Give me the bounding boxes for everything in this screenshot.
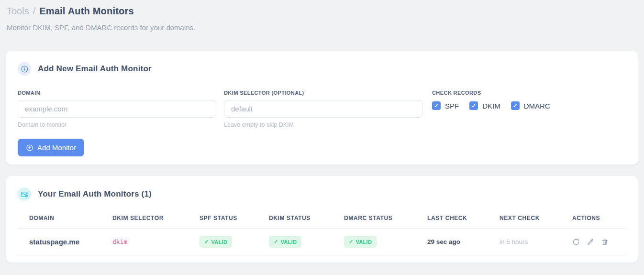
col-header-dmarc-status: DMARC STATUS: [333, 208, 416, 229]
dkim-selector-help-text: Leave empty to skip DKIM: [224, 121, 422, 128]
checkbox-option-dkim[interactable]: ✓ DKIM: [469, 101, 500, 110]
monitor-spf-status-cell: ✓ VALID: [188, 229, 257, 255]
monitors-card-header: Your Email Auth Monitors (1): [18, 187, 626, 201]
edit-button[interactable]: [587, 238, 594, 246]
domain-label: DOMAIN: [18, 90, 216, 96]
checkbox-dmarc[interactable]: ✓: [511, 101, 520, 110]
domain-input[interactable]: [18, 100, 216, 118]
col-header-last-check: LAST CHECK: [416, 208, 488, 229]
dkim-status-badge: ✓ VALID: [269, 236, 301, 248]
breadcrumb-tools[interactable]: Tools: [7, 6, 29, 17]
spf-status-text: VALID: [211, 239, 228, 245]
dkim-selector-input[interactable]: [224, 100, 422, 118]
check-icon: ✓: [349, 239, 354, 245]
page-subtitle: Monitor DKIM, SPF, and DMARC records for…: [7, 23, 637, 32]
check-icon: ✓: [434, 103, 439, 109]
monitor-dkim-selector: dkim: [101, 229, 188, 255]
monitor-dkim-status-cell: ✓ VALID: [257, 229, 333, 255]
trash-icon: [601, 238, 609, 246]
add-monitor-button[interactable]: Add Monitor: [18, 139, 84, 156]
delete-button[interactable]: [601, 238, 609, 246]
monitor-next-check: in 5 hours: [488, 229, 561, 255]
add-monitor-card: Add New Email Auth Monitor DOMAIN Domain…: [6, 51, 638, 165]
check-icon: ✓: [471, 103, 476, 109]
check-icon: ✓: [274, 239, 278, 245]
dkim-selector-label: DKIM SELECTOR (OPTIONAL): [224, 90, 422, 96]
email-check-badge: [18, 187, 31, 201]
monitor-dmarc-status-cell: ✓ VALID: [333, 229, 416, 255]
page-header: Tools / Email Auth Monitors Monitor DKIM…: [0, 0, 644, 32]
col-header-domain: DOMAIN: [18, 208, 101, 229]
col-header-next-check: NEXT CHECK: [488, 208, 561, 229]
domain-help-text: Domain to monitor: [18, 121, 216, 128]
dmarc-status-text: VALID: [356, 239, 372, 245]
checkbox-option-dmarc[interactable]: ✓ DMARC: [511, 101, 550, 110]
plus-circle-badge: [18, 62, 31, 76]
monitors-table: DOMAIN DKIM SELECTOR SPF STATUS DKIM STA…: [18, 208, 626, 255]
dkim-selector-field-group: DKIM SELECTOR (OPTIONAL) Leave empty to …: [224, 90, 422, 128]
plus-circle-icon: [26, 144, 33, 152]
breadcrumb: Tools / Email Auth Monitors: [7, 6, 637, 17]
checkbox-dmarc-label: DMARC: [524, 102, 550, 110]
monitors-card-title: Your Email Auth Monitors (1): [38, 189, 152, 199]
table-header-row: DOMAIN DKIM SELECTOR SPF STATUS DKIM STA…: [18, 208, 626, 229]
check-records-options: ✓ SPF ✓ DKIM ✓ DMARC: [432, 101, 550, 110]
monitor-domain: statuspage.me: [18, 229, 101, 255]
domain-field-group: DOMAIN Domain to monitor: [18, 90, 216, 128]
email-check-icon: [21, 190, 29, 198]
add-monitor-button-label: Add Monitor: [37, 143, 76, 152]
breadcrumb-separator: /: [33, 6, 36, 17]
refresh-button[interactable]: [572, 238, 580, 246]
col-header-dkim-status: DKIM STATUS: [257, 208, 333, 229]
monitor-actions-cell: [561, 229, 626, 255]
col-header-actions: ACTIONS: [561, 208, 626, 229]
col-header-spf-status: SPF STATUS: [188, 208, 257, 229]
page-title: Email Auth Monitors: [39, 6, 134, 17]
dkim-status-text: VALID: [281, 239, 297, 245]
col-header-dkim-selector: DKIM SELECTOR: [101, 208, 188, 229]
monitor-last-check: 29 sec ago: [416, 229, 488, 255]
plus-circle-icon: [21, 65, 29, 73]
checkbox-dkim[interactable]: ✓: [469, 101, 478, 110]
check-icon: ✓: [204, 239, 209, 245]
add-monitor-card-header: Add New Email Auth Monitor: [18, 62, 626, 76]
dmarc-status-badge: ✓ VALID: [344, 236, 377, 248]
pencil-icon: [587, 238, 594, 246]
check-icon: ✓: [513, 103, 518, 109]
refresh-icon: [572, 238, 580, 246]
table-row: statuspage.me dkim ✓ VALID ✓ VALID: [18, 229, 626, 255]
checkbox-spf[interactable]: ✓: [432, 101, 441, 110]
spf-status-badge: ✓ VALID: [200, 236, 232, 248]
monitors-card: Your Email Auth Monitors (1) DOMAIN DKIM…: [6, 176, 638, 263]
row-actions: [572, 238, 626, 246]
check-records-group: CHECK RECORDS ✓ SPF ✓ DKIM ✓ DMARC: [430, 90, 550, 110]
checkbox-dkim-label: DKIM: [482, 102, 500, 110]
checkbox-option-spf[interactable]: ✓ SPF: [432, 101, 459, 110]
checkbox-spf-label: SPF: [445, 102, 459, 110]
check-records-label: CHECK RECORDS: [432, 90, 550, 96]
add-monitor-card-title: Add New Email Auth Monitor: [38, 64, 152, 74]
add-monitor-form: DOMAIN Domain to monitor DKIM SELECTOR (…: [18, 90, 626, 128]
